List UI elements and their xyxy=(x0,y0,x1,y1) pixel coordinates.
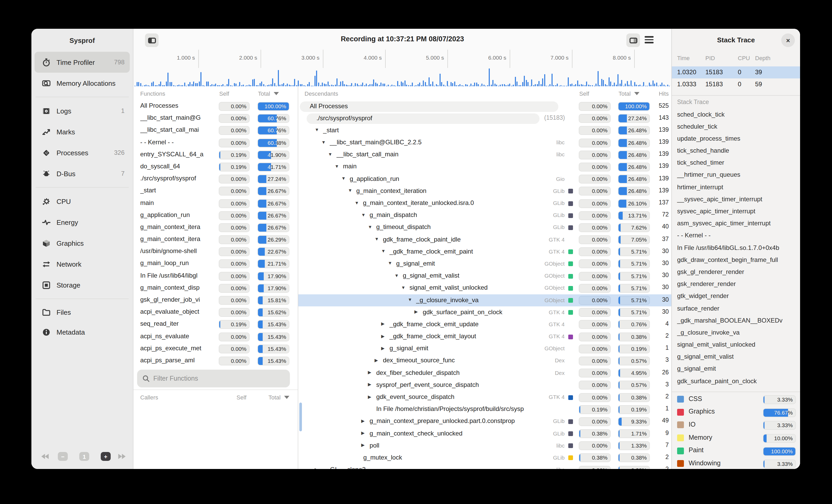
tree-row[interactable]: ▼g_main_dispatchGLib0.00%13.71%13.71%72 xyxy=(298,209,671,221)
tree-row[interactable]: ▶gdk_event_source_dispatchGTK 40.00%0.38… xyxy=(298,391,671,403)
functions-column-header[interactable]: Functions xyxy=(140,90,165,97)
tree-row[interactable]: ▼g_signal_emit_valistGObject0.00%5.71%30 xyxy=(298,270,671,282)
tree-row[interactable]: ▼__libc_start_call_mainlibc0.00%26.48%26… xyxy=(298,149,671,161)
legend-row[interactable]: IO3.33% xyxy=(672,419,800,432)
menu-icon[interactable] xyxy=(645,36,654,43)
tree-row[interactable]: ▶g_signal_emitGObject0.00%0.19%1 xyxy=(298,343,671,355)
function-row[interactable]: g_main_context_disp0.00%17.90%17.90% xyxy=(133,282,298,295)
function-row[interactable]: do_syscall_640.19%41.71%41.71% xyxy=(133,161,298,173)
stack-frame[interactable]: In File /usr/lib64/libGL.so.1.7.0+0x4b xyxy=(672,242,800,254)
sidebar-item-metadata[interactable]: Metadata xyxy=(34,322,130,342)
total-column-header[interactable]: Total xyxy=(258,90,279,97)
rewind-icon[interactable] xyxy=(41,453,49,459)
stack-sample-row[interactable]: 1.033315183059 xyxy=(672,78,800,90)
callers-column-header[interactable]: Callers xyxy=(140,394,158,400)
tree-row[interactable]: ▼g_timeout_dispatchGLib0.00%7.62%7.62%40 xyxy=(298,222,671,234)
expand-icon[interactable]: ▶ xyxy=(414,309,418,314)
stack-frame[interactable]: update_process_times xyxy=(672,133,800,145)
tree-row[interactable]: ▼g_main_context_iterationGLib0.00%26.48%… xyxy=(298,185,671,197)
filter-functions-box[interactable] xyxy=(137,370,290,387)
stack-frame[interactable]: gsk_renderer_render xyxy=(672,278,800,290)
expand-icon[interactable]: ▶ xyxy=(381,321,385,327)
stack-column-header-cpu[interactable]: CPU xyxy=(738,55,750,61)
function-row[interactable]: __libc_start_call_mai0.00%60.76%60.76% xyxy=(133,125,298,137)
collapse-icon[interactable]: ▼ xyxy=(408,297,412,302)
tree-row[interactable]: ▶_gdk_frame_clock_emit_updateGTK 40.00%0… xyxy=(298,319,671,331)
collapse-icon[interactable]: ▼ xyxy=(315,127,319,133)
tree-row[interactable]: ▶g_main_context_prepare_unlocked.part.0.… xyxy=(298,416,671,428)
stack-frame[interactable]: surface_render xyxy=(672,303,800,315)
sidebar-item-memory-allocations[interactable]: Memory Allocations xyxy=(34,73,130,93)
tree-row[interactable]: ▶__GI___clone3libc0.00%0.38%2 xyxy=(298,464,671,469)
legend-row[interactable]: Graphics76.67%76.67% xyxy=(672,406,800,419)
expand-icon[interactable]: ▶ xyxy=(381,333,385,338)
collapse-icon[interactable]: ▼ xyxy=(335,164,339,169)
tree-row[interactable]: ▼__libc_start_main@GLIBC_2.2.5libc0.00%2… xyxy=(298,137,671,149)
collapse-icon[interactable]: ▼ xyxy=(355,200,359,205)
function-row[interactable]: acpi_ns_evaluate0.00%15.43%15.43% xyxy=(133,331,298,343)
tree-row[interactable]: ▶dex_fiber_scheduler_dispatchDex0.00%4.9… xyxy=(298,367,671,379)
zoom-in-button[interactable]: + xyxy=(101,452,111,461)
zoom-out-button[interactable]: − xyxy=(58,452,68,461)
tree-row[interactable]: ▶gdk_surface_paint_on_clockGTK 40.00%5.7… xyxy=(298,306,671,318)
filter-functions-input[interactable] xyxy=(153,375,279,382)
stack-column-header-time[interactable]: Time xyxy=(677,55,690,61)
stack-frame[interactable]: asm_sysvec_apic_timer_interrupt xyxy=(672,218,800,230)
function-row[interactable]: gsk_gl_render_job_vi0.00%15.81%15.81% xyxy=(133,295,298,306)
tree-row[interactable]: ▶sysprof_perf_event_source_dispatch0.00%… xyxy=(298,379,671,391)
tree-row[interactable]: g_mutex_lockGLib0.38%0.38%2 xyxy=(298,452,671,464)
collapse-icon[interactable]: ▼ xyxy=(321,139,326,145)
stack-frame[interactable]: gtk_widget_render xyxy=(672,291,800,303)
legend-row[interactable]: CSS3.33% xyxy=(672,393,800,406)
collapse-icon[interactable]: ▼ xyxy=(381,249,386,254)
legend-row[interactable]: Paint100.00%100.00% xyxy=(672,445,800,458)
expand-icon[interactable]: ▶ xyxy=(368,370,371,375)
expand-icon[interactable]: ▶ xyxy=(315,467,318,469)
sidebar-item-marks[interactable]: Marks xyxy=(34,121,130,142)
fast-forward-icon[interactable] xyxy=(118,453,126,459)
scrollbar-thumb[interactable] xyxy=(299,402,302,431)
function-row[interactable]: g_main_loop_run0.00%21.71%21.71% xyxy=(133,258,298,270)
legend-row[interactable]: Memory10.00%10.00% xyxy=(672,432,800,445)
function-row[interactable]: - - Kernel - -0.00%60.38%60.38% xyxy=(133,137,298,149)
stack-frame[interactable]: __hrtimer_run_queues xyxy=(672,169,800,181)
tree-row[interactable]: In File /home/christian/Projects/sysprof… xyxy=(298,403,671,415)
sidebar-item-storage[interactable]: Storage xyxy=(34,275,130,296)
legend-row[interactable]: Windowing3.33% xyxy=(672,458,800,469)
stack-column-header-depth[interactable]: Depth xyxy=(755,55,771,61)
function-row[interactable]: /usr/bin/gnome-shell0.00%22.67%22.67% xyxy=(133,246,298,258)
function-row[interactable]: In File /usr/lib64/libgl0.00%17.90%17.90… xyxy=(133,270,298,282)
tree-row[interactable]: ▼_g_closure_invoke_vaGObject0.00%5.71%30 xyxy=(298,295,671,306)
expand-icon[interactable]: ▶ xyxy=(374,358,378,363)
tree-row[interactable]: ▼g_main_context_iterate_unlocked.isra.0G… xyxy=(298,197,671,209)
tree-row[interactable]: ▶g_main_context_check_unlockedGLib0.38%1… xyxy=(298,428,671,440)
function-row[interactable]: acpi_ps_execute_met0.00%15.43%15.43% xyxy=(133,343,298,355)
collapse-icon[interactable]: ▼ xyxy=(388,261,392,266)
stack-column-header-pid[interactable]: PID xyxy=(705,55,715,61)
sidebar-item-d-bus[interactable]: D-Bus7 xyxy=(34,163,130,184)
stack-frame[interactable]: g_signal_emit_valist xyxy=(672,351,800,363)
stack-frame[interactable]: __sysvec_apic_timer_interrupt xyxy=(672,194,800,206)
sidebar-item-graphics[interactable]: Graphics xyxy=(34,233,130,254)
collapse-icon[interactable]: ▼ xyxy=(328,151,333,157)
sidebar-item-cpu[interactable]: CPU xyxy=(34,191,130,212)
function-row[interactable]: main0.00%26.67%26.67% xyxy=(133,197,298,209)
self-column-header[interactable]: Self xyxy=(219,90,229,97)
stack-frame[interactable]: tick_sched_timer xyxy=(672,157,800,169)
sidebar-item-time-profiler[interactable]: Time Profiler798 xyxy=(34,52,130,73)
tree-row[interactable]: ▼g_application_runGio0.00%26.48%26.48%13… xyxy=(298,173,671,185)
stack-frame[interactable]: sched_clock_tick xyxy=(672,109,800,121)
function-row[interactable]: g_main_context_itera0.00%26.67%26.67% xyxy=(133,222,298,234)
descendants-total-header[interactable]: Total xyxy=(619,90,640,97)
sidebar-item-logs[interactable]: Logs1 xyxy=(34,101,130,121)
function-row[interactable]: ./src/sysprof/sysprof0.00%27.24%27.24% xyxy=(133,173,298,185)
expand-icon[interactable]: ▶ xyxy=(361,418,365,423)
descendants-column-header[interactable]: Descendants xyxy=(305,90,338,97)
stack-frame[interactable]: gdk_surface_paint_on_clock xyxy=(672,375,800,387)
collapse-icon[interactable]: ▼ xyxy=(368,224,372,229)
tree-row[interactable]: ▼_gdk_frame_clock_emit_paintGTK 40.00%5.… xyxy=(298,246,671,258)
stack-frame[interactable]: sysvec_apic_timer_interrupt xyxy=(672,206,800,218)
expand-icon[interactable]: ▶ xyxy=(361,443,365,448)
close-icon[interactable]: × xyxy=(781,33,795,47)
tree-row[interactable]: ▼signal_emit_valist_unlockedGObject0.00%… xyxy=(298,282,671,295)
